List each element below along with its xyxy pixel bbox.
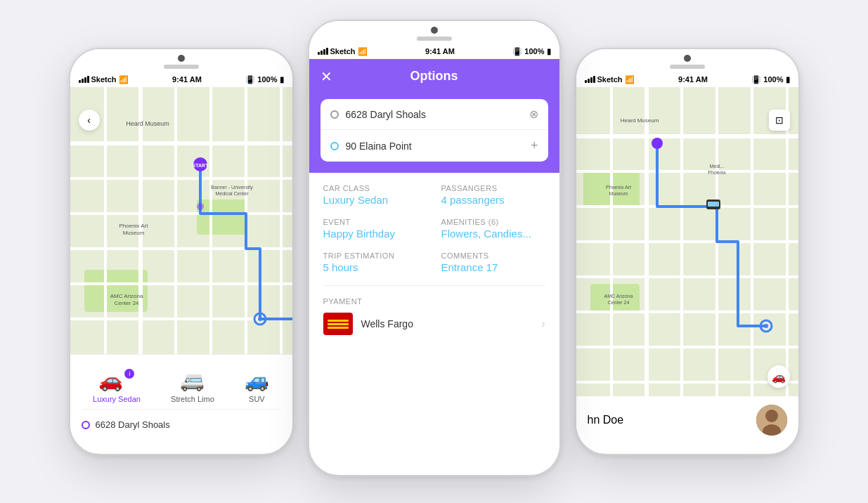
phone-center: Sketch 📶 9:41 AM 📳 100% ▮ ✕ Options 6628… — [308, 20, 561, 476]
svg-point-18 — [258, 317, 262, 321]
option-value-passangers: 4 passangers — [441, 194, 505, 206]
map-left: START Heard Museum Phoenix Art Museum AM… — [70, 87, 292, 354]
svg-text:Heard Museum: Heard Museum — [126, 120, 169, 127]
phone-top-right — [576, 49, 798, 72]
car-option-limo[interactable]: 🚐 Stretch Limo — [171, 369, 214, 403]
car-button[interactable]: 🚗 — [767, 365, 790, 388]
svg-text:Heard Museum: Heard Museum — [620, 117, 659, 124]
signal-icon — [79, 76, 89, 83]
option-comments: Comments Entrance 17 — [441, 252, 545, 274]
svg-text:Center 24: Center 24 — [607, 300, 629, 305]
suv-label: SUV — [249, 395, 265, 403]
phone-top-center — [309, 21, 559, 44]
carrier-right: Sketch — [597, 75, 623, 84]
battery-icon-center: ▮ — [547, 47, 551, 56]
address-row-1[interactable]: 6628 Daryl Shoals ⊗ — [320, 99, 548, 130]
limo-icon: 🚐 — [180, 369, 205, 392]
svg-point-19 — [197, 203, 204, 210]
back-button-left[interactable]: ‹ — [79, 110, 100, 131]
option-amenities: Amenities (6) Flowers, Candies... — [441, 218, 545, 240]
camera-right — [684, 55, 691, 62]
svg-point-44 — [652, 138, 663, 149]
add-stop-icon[interactable]: + — [531, 138, 538, 153]
wifi-icon: 📶 — [119, 75, 129, 84]
svg-text:Medi...: Medi... — [709, 164, 724, 169]
car-selector: 🚗 i Luxury Sedan 🚐 Stretch Limo 🚙 SUV — [82, 363, 281, 410]
luxury-label: Luxury Sedan — [93, 395, 141, 403]
payment-name: Wells Fargo — [361, 318, 533, 329]
phone-top-left — [70, 49, 292, 72]
map-right: Heard Museum Phoenix Art Museum AMC Ariz… — [576, 87, 798, 396]
option-label-car-class: Car Class — [323, 184, 427, 192]
status-bar-left: Sketch 📶 9:41 AM 📳 100% ▮ — [70, 72, 292, 87]
svg-rect-2 — [197, 200, 246, 235]
map-screen-right: Heard Museum Phoenix Art Museum AMC Ariz… — [576, 87, 798, 444]
option-label-passangers: Passangers — [441, 184, 545, 192]
options-header: ✕ Options — [309, 59, 559, 93]
option-value-trip: 5 hours — [323, 261, 358, 273]
car-option-suv[interactable]: 🚙 SUV — [245, 369, 269, 403]
luxury-sedan-icon: 🚗 — [98, 369, 123, 392]
driver-name: hn Doe — [588, 414, 624, 426]
wells-fargo-logo — [323, 313, 353, 335]
limo-label: Stretch Limo — [171, 395, 214, 403]
option-value-comments: Entrance 17 — [441, 261, 498, 273]
pickup-address: 6628 Daryl Shoals — [96, 419, 170, 430]
battery-icon-left: ▮ — [280, 75, 284, 84]
driver-info: hn Doe — [576, 396, 798, 444]
svg-point-57 — [765, 410, 778, 422]
carrier-left: Sketch — [91, 75, 117, 84]
driver-avatar — [756, 405, 787, 436]
bluetooth-icon-right: 📳 — [751, 75, 761, 84]
option-value-car-class: Luxury Sedan — [323, 194, 389, 206]
map-svg-left: START Heard Museum Phoenix Art Museum AM… — [70, 87, 292, 354]
battery-icon-right: ▮ — [786, 75, 790, 84]
wifi-icon-right: 📶 — [625, 75, 635, 84]
bluetooth-icon-center: 📳 — [512, 47, 522, 56]
option-label-comments: Comments — [441, 252, 545, 260]
speaker-center — [417, 37, 452, 41]
svg-point-46 — [764, 324, 768, 328]
map-screen-left: START Heard Museum Phoenix Art Museum AM… — [70, 87, 292, 438]
option-value-event: Happy Birthday — [323, 228, 396, 240]
svg-text:Medical Center: Medical Center — [215, 191, 249, 196]
refresh-button[interactable]: ⊡ — [769, 110, 790, 131]
svg-text:AMC Arizona: AMC Arizona — [604, 294, 633, 299]
battery-center: 100% — [524, 47, 544, 55]
clear-address-icon[interactable]: ⊗ — [529, 107, 538, 121]
dest-dot — [330, 142, 339, 150]
svg-text:Museum: Museum — [609, 191, 628, 196]
options-title: Options — [410, 69, 458, 84]
car-option-luxury[interactable]: 🚗 i Luxury Sedan — [93, 369, 141, 403]
payment-chevron-icon: › — [541, 318, 545, 330]
speaker-right — [670, 65, 705, 69]
pickup-dot — [82, 421, 90, 429]
option-car-class: Car Class Luxury Sedan — [323, 184, 427, 207]
option-label-amenities: Amenities (6) — [441, 218, 545, 226]
payment-row[interactable]: Wells Fargo › — [323, 313, 545, 335]
info-dot: i — [124, 369, 134, 379]
signal-icon-center — [318, 48, 328, 55]
address-box: 6628 Daryl Shoals ⊗ 90 Elaina Point + — [320, 99, 548, 162]
time-left: 9:41 AM — [172, 75, 202, 84]
close-button[interactable]: ✕ — [320, 70, 332, 84]
speaker-left — [164, 65, 199, 69]
option-label-trip: Trip Estimation — [323, 252, 427, 260]
payment-label: PYAMENT — [323, 297, 545, 306]
camera-center — [431, 27, 438, 34]
time-center: 9:41 AM — [425, 47, 455, 55]
pickup-row: 6628 Daryl Shoals — [82, 417, 281, 430]
phone-right: Sketch 📶 9:41 AM 📳 100% ▮ — [575, 48, 800, 455]
svg-text:Phoenix Art: Phoenix Art — [606, 185, 631, 190]
svg-text:Banner - University: Banner - University — [211, 185, 253, 190]
divider — [323, 285, 545, 286]
time-right: 9:41 AM — [678, 75, 708, 84]
bluetooth-icon-left: 📳 — [245, 75, 255, 84]
phone-left: Sketch 📶 9:41 AM 📳 100% ▮ — [69, 48, 294, 455]
option-value-amenities: Flowers, Candies... — [441, 228, 531, 240]
phones-container: Sketch 📶 9:41 AM 📳 100% ▮ — [48, 13, 821, 490]
wifi-icon-center: 📶 — [358, 47, 368, 56]
svg-text:Phoenix: Phoenix — [708, 170, 726, 175]
address-row-2[interactable]: 90 Elaina Point + — [320, 130, 548, 162]
svg-text:Phoenix Art: Phoenix Art — [119, 223, 148, 229]
